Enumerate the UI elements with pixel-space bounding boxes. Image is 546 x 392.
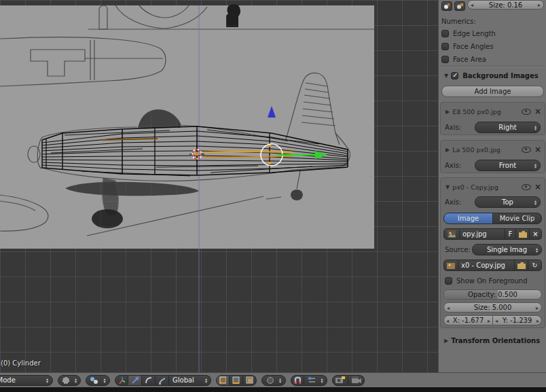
blender-window: (0) Cylinder ◂ Size: 0.16 ▸ Numerics: Ed… <box>0 0 546 392</box>
slider-right-arrow[interactable]: ▸ <box>536 305 539 311</box>
edge-length-label: Edge Length <box>453 30 496 37</box>
viewport-canvas <box>0 0 438 372</box>
axis-label: Axis: <box>445 198 475 206</box>
filepath-field[interactable]: x0 - Copy.jpg <box>458 260 515 271</box>
image-name[interactable]: E8 500 px0.jpg <box>452 108 520 115</box>
manipulator-toggle[interactable] <box>115 375 128 386</box>
visibility-eye-icon[interactable] <box>522 184 531 190</box>
size-value: Size: 5.000 <box>474 304 512 311</box>
image-datablock-icon[interactable] <box>443 228 460 240</box>
bg-image-entry-2: ▶ La 500 px0.jpg × Axis: Front ▴▾ <box>440 140 545 173</box>
stepper-left-arrow[interactable]: ◂ <box>446 318 449 324</box>
source-dropdown[interactable]: Single Imag ▴▾ <box>472 244 542 255</box>
expand-triangle-icon[interactable]: ▶ <box>445 109 450 115</box>
viewport-shading-dropdown[interactable]: ▴▾ <box>58 375 81 386</box>
face-area-label: Face Area <box>453 56 486 63</box>
dropdown-arrows-icon: ▴▾ <box>75 378 77 383</box>
background-images-checkbox[interactable] <box>451 72 458 79</box>
pivot-point-dropdown[interactable]: ▴▾ <box>86 375 110 386</box>
background-images-header[interactable]: ▼ Background Images <box>441 71 544 80</box>
background-images-title: Background Images <box>462 72 539 79</box>
tab-image[interactable]: Image <box>443 213 493 224</box>
fake-user-label: F <box>509 230 513 238</box>
visibility-eye-icon[interactable] <box>522 147 531 153</box>
axis-dropdown[interactable]: Top ▴▾ <box>475 196 541 208</box>
scale-manipulator-button[interactable] <box>156 375 169 386</box>
face-area-checkbox[interactable]: Face Area <box>441 55 544 64</box>
image-name[interactable]: La 500 px0.jpg <box>452 146 520 154</box>
y-offset-value: Y: -1.239 <box>503 317 532 324</box>
mode-dropdown[interactable]: Edit Mode ▴▾ <box>0 375 53 386</box>
opengl-render-animation-button[interactable] <box>348 375 365 386</box>
edge-length-checkbox[interactable]: Edge Length <box>441 29 544 38</box>
size-slider[interactable]: ◂ Size: 5.000 ▸ <box>443 302 542 313</box>
stepper-right-arrow[interactable]: ▸ <box>536 318 539 324</box>
remove-x-icon[interactable]: × <box>534 146 541 153</box>
show-foreground-checkbox[interactable]: Show On Foreground <box>445 276 542 285</box>
slider-left-arrow[interactable]: ◂ <box>471 2 473 8</box>
vertex-select-button[interactable] <box>216 375 230 386</box>
stepper-right-arrow[interactable]: ▸ <box>488 318 490 324</box>
tab-movie-label: Movie Clip <box>500 215 535 222</box>
reload-icon[interactable]: ↻ <box>528 260 542 271</box>
vertex-normals-toggle[interactable] <box>441 1 452 11</box>
editor-border <box>0 387 546 392</box>
open-image-icon[interactable] <box>516 228 530 240</box>
snap-element-dropdown[interactable]: ▴▾ <box>304 375 327 386</box>
axis-value: Right <box>498 124 516 131</box>
axis-label: Axis: <box>445 162 475 169</box>
datablock-name: opy.jpg <box>462 230 487 238</box>
checkbox-box[interactable] <box>441 43 449 50</box>
axis-dropdown[interactable]: Front ▴▾ <box>475 160 541 171</box>
transform-orientation-dropdown[interactable]: Global ▴▾ <box>169 375 211 386</box>
expand-triangle-icon[interactable]: ▶ <box>444 338 448 344</box>
x-offset-field[interactable]: ◂ X: -1.677 ▸ <box>443 315 493 325</box>
dropdown-arrows-icon: ▴▾ <box>321 378 323 383</box>
remove-x-icon[interactable]: × <box>534 108 541 115</box>
slider-right-arrow[interactable]: ▸ <box>538 2 541 8</box>
face-normals-toggle[interactable] <box>454 1 465 11</box>
checkbox-box[interactable] <box>441 30 449 37</box>
axis-dropdown[interactable]: Right ▴▾ <box>475 122 541 133</box>
proportional-editing-dropdown[interactable]: ▴▾ <box>261 375 286 386</box>
visibility-eye-icon[interactable] <box>522 109 531 115</box>
expand-triangle-icon[interactable]: ▼ <box>444 73 448 79</box>
checkbox-box[interactable] <box>445 277 452 285</box>
tab-movie-clip[interactable]: Movie Clip <box>493 213 542 224</box>
slider-left-arrow[interactable]: ◂ <box>447 305 450 311</box>
panel-separator <box>440 66 545 67</box>
browse-folder-icon[interactable] <box>515 260 528 271</box>
stepper-left-arrow[interactable]: ◂ <box>495 318 498 324</box>
opacity-slider[interactable]: Opacity: 0.500 <box>443 289 542 300</box>
snap-magnet-toggle[interactable] <box>291 375 304 386</box>
collapse-triangle-icon[interactable]: ▼ <box>445 184 450 190</box>
face-select-button[interactable] <box>243 375 257 386</box>
add-image-label: Add Image <box>475 88 511 95</box>
translate-manipulator-button[interactable] <box>128 375 142 386</box>
rotate-manipulator-button[interactable] <box>142 375 156 386</box>
unlink-x-icon[interactable]: × <box>530 228 542 240</box>
3d-viewport[interactable]: (0) Cylinder <box>0 0 438 372</box>
fake-user-button[interactable]: F <box>505 228 516 240</box>
source-label: Source: <box>443 246 472 253</box>
opacity-value: Opacity: 0.500 <box>468 291 517 298</box>
datablock-name-field[interactable]: opy.jpg <box>460 228 505 240</box>
source-value: Single Imag <box>487 246 527 253</box>
transform-orientations-header[interactable]: ▶ Transform Orientations <box>441 336 544 345</box>
file-image-icon[interactable] <box>443 260 458 271</box>
add-image-button[interactable]: Add Image <box>441 86 544 97</box>
expand-triangle-icon[interactable]: ▶ <box>445 147 450 153</box>
edge-select-button[interactable] <box>230 375 243 386</box>
bg-image-entry-3: ▼ px0 - Copy.jpg × Axis: Top ▴▾ Image Mo… <box>440 177 545 328</box>
dropdown-arrows-icon: ▴▾ <box>279 378 281 383</box>
opengl-render-image-button[interactable] <box>332 375 348 386</box>
show-foreground-label: Show On Foreground <box>456 277 528 285</box>
dropdown-arrows-icon: ▴▾ <box>536 247 538 253</box>
remove-x-icon[interactable]: × <box>534 183 541 190</box>
y-offset-field[interactable]: ◂ Y: -1.239 ▸ <box>493 315 542 325</box>
normals-size-slider[interactable]: ◂ Size: 0.16 ▸ <box>467 0 544 10</box>
checkbox-box[interactable] <box>441 56 449 63</box>
image-name[interactable]: px0 - Copy.jpg <box>452 183 520 191</box>
dropdown-arrows-icon: ▴▾ <box>534 163 536 168</box>
face-angles-checkbox[interactable]: Face Angles <box>441 42 544 51</box>
